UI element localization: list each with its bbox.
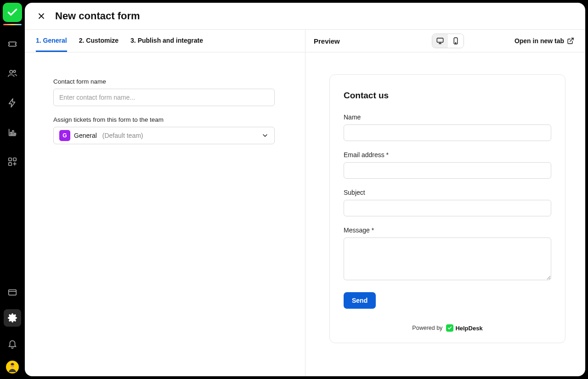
app-logo[interactable] — [3, 3, 22, 22]
logo-accent — [3, 24, 22, 25]
sidebar-nav-top — [4, 35, 21, 170]
preview-name-input[interactable] — [344, 124, 551, 141]
tab-customize[interactable]: 2. Customize — [79, 30, 119, 52]
svg-point-1 — [13, 70, 16, 73]
preview-message-textarea[interactable] — [344, 238, 551, 280]
page-title: New contact form — [55, 10, 140, 22]
open-new-tab-label: Open in new tab — [514, 37, 564, 45]
form-settings: Contact form name Assign tickets from th… — [25, 52, 305, 376]
header: New contact form — [25, 3, 585, 30]
tab-general[interactable]: 1. General — [36, 30, 67, 52]
user-avatar[interactable] — [6, 361, 19, 373]
preview-form-title: Contact us — [344, 91, 551, 101]
preview-subject-label: Subject — [344, 189, 551, 196]
team-name: General — [74, 132, 97, 139]
preview-subject-input[interactable] — [344, 200, 551, 216]
preview-email-label: Email address * — [344, 151, 551, 158]
people-icon[interactable] — [4, 65, 21, 82]
apps-icon[interactable] — [4, 153, 21, 170]
content-row: Contact form name Assign tickets from th… — [25, 52, 585, 376]
chevron-down-icon — [261, 132, 269, 139]
form-name-label: Contact form name — [53, 78, 283, 85]
svg-rect-11 — [437, 38, 443, 42]
bell-icon[interactable] — [4, 335, 21, 352]
preview-label: Preview — [314, 37, 340, 45]
mobile-toggle[interactable] — [448, 34, 464, 48]
svg-rect-4 — [15, 133, 16, 135]
powered-by: Powered by HelpDesk — [344, 324, 551, 332]
external-link-icon — [567, 37, 574, 45]
team-select-value: G General (Default team) — [59, 130, 143, 141]
preview-card: Contact us Name Email address * Subject … — [329, 74, 565, 343]
svg-rect-3 — [12, 130, 14, 135]
team-suffix: (Default team) — [102, 132, 143, 139]
tab-publish[interactable]: 3. Publish and integrate — [130, 30, 203, 52]
assign-team-label: Assign tickets from this form to the tea… — [53, 116, 283, 123]
main-panel: New contact form 1. General 2. Customize… — [25, 3, 585, 376]
close-button[interactable] — [36, 11, 47, 22]
powered-by-label: Powered by — [412, 325, 442, 331]
device-toggle — [432, 34, 464, 48]
desktop-toggle[interactable] — [432, 34, 448, 48]
tabs-row: 1. General 2. Customize 3. Publish and i… — [25, 30, 585, 52]
svg-rect-7 — [9, 163, 11, 165]
form-name-input[interactable] — [53, 89, 275, 106]
open-new-tab-link[interactable]: Open in new tab — [514, 37, 574, 45]
settings-icon[interactable] — [4, 309, 21, 327]
helpdesk-brand-label: HelpDesk — [455, 325, 482, 332]
step-tabs: 1. General 2. Customize 3. Publish and i… — [25, 30, 305, 52]
chart-icon[interactable] — [4, 124, 21, 141]
team-badge: G — [59, 130, 70, 141]
bolt-icon[interactable] — [4, 94, 21, 112]
preview-email-input[interactable] — [344, 162, 551, 179]
svg-rect-8 — [9, 290, 17, 295]
sidebar-nav-bottom — [4, 283, 21, 373]
assign-team-group: Assign tickets from this form to the tea… — [53, 116, 283, 144]
preview-message-label: Message * — [344, 226, 551, 234]
helpdesk-check-icon — [446, 324, 453, 332]
svg-rect-2 — [10, 132, 11, 135]
credit-card-icon[interactable] — [4, 283, 21, 301]
helpdesk-logo[interactable]: HelpDesk — [446, 324, 482, 332]
preview-bar: Preview Open in new tab — [305, 30, 585, 52]
svg-rect-5 — [9, 158, 11, 161]
preview-name-label: Name — [344, 113, 551, 121]
team-select[interactable]: G General (Default team) — [53, 127, 275, 144]
svg-rect-6 — [13, 158, 16, 161]
sidebar — [0, 0, 25, 379]
svg-point-0 — [10, 70, 12, 73]
svg-point-13 — [455, 43, 456, 44]
name-field-group: Contact form name — [53, 78, 283, 106]
ticket-icon[interactable] — [4, 35, 21, 53]
send-button[interactable]: Send — [344, 292, 376, 309]
preview-panel: Contact us Name Email address * Subject … — [305, 52, 585, 376]
